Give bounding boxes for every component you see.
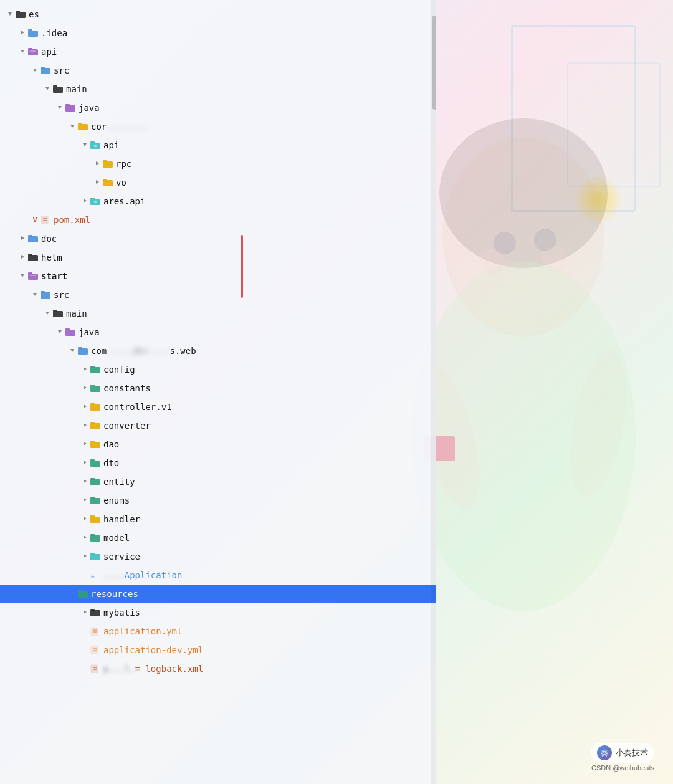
folder-item[interactable]: main: [0, 80, 436, 98]
svg-rect-95: [90, 517, 100, 523]
tree-arrow[interactable]: [17, 254, 27, 261]
folder-item[interactable]: java: [0, 323, 436, 342]
folder-item[interactable]: src: [0, 285, 436, 304]
svg-marker-94: [84, 517, 87, 520]
tree-arrow[interactable]: [30, 291, 40, 299]
folder-item[interactable]: java: [0, 98, 436, 117]
tree-arrow[interactable]: [5, 11, 15, 18]
item-icon: [77, 590, 88, 598]
tree-arrow[interactable]: V: [30, 216, 40, 224]
svg-rect-30: [78, 123, 82, 125]
tree-arrow[interactable]: [42, 310, 52, 317]
folder-item[interactable]: entity: [0, 472, 436, 491]
svg-rect-69: [78, 347, 82, 349]
folder-item[interactable]: converter: [0, 416, 436, 435]
scroll-thumb: [432, 16, 436, 110]
tree-arrow[interactable]: [80, 441, 90, 448]
svg-rect-98: [90, 535, 100, 542]
folder-item[interactable]: config: [0, 360, 436, 379]
tree-arrow[interactable]: [80, 141, 90, 149]
folder-item[interactable]: enums: [0, 491, 436, 510]
tree-arrow[interactable]: [55, 328, 65, 336]
folder-item[interactable]: es: [0, 5, 436, 24]
tree-arrow[interactable]: [42, 85, 52, 93]
folder-item[interactable]: api: [0, 42, 436, 61]
tree-arrow[interactable]: [92, 179, 102, 186]
item-label: mybatis: [103, 608, 140, 618]
tree-arrow[interactable]: [80, 366, 90, 373]
item-label: api: [41, 47, 57, 57]
scroll-indicator[interactable]: [431, 0, 436, 784]
watermark-brand: 奏 小奏技术: [591, 743, 654, 763]
file-item[interactable]: ☕....Application: [0, 566, 436, 585]
scroll-indicator-right: [241, 0, 243, 784]
svg-point-5: [480, 249, 505, 274]
svg-marker-73: [84, 386, 87, 390]
folder-item[interactable]: handler: [0, 510, 436, 528]
folder-item[interactable]: model: [0, 528, 436, 547]
svg-rect-105: [78, 590, 82, 592]
folder-item[interactable]: helm: [0, 248, 436, 267]
svg-rect-62: [53, 311, 63, 317]
tree-arrow[interactable]: [17, 29, 27, 37]
folder-item[interactable]: com.....der....s.web: [0, 342, 436, 360]
tree-arrow[interactable]: [67, 347, 77, 355]
folder-item[interactable]: main: [0, 304, 436, 323]
tree-arrow[interactable]: [80, 385, 90, 392]
file-item[interactable]: Vpom.xml: [0, 211, 436, 229]
svg-marker-100: [84, 554, 87, 558]
svg-rect-27: [65, 104, 70, 106]
item-icon: [27, 272, 39, 280]
file-item[interactable]: p...l.≡ logback.xml: [0, 659, 436, 678]
svg-rect-87: [90, 459, 95, 461]
tree-arrow[interactable]: [55, 104, 65, 112]
tree-arrow[interactable]: [80, 422, 90, 429]
tree-arrow[interactable]: [17, 48, 27, 55]
tree-arrow[interactable]: [17, 272, 27, 280]
folder-item[interactable]: resources: [0, 585, 436, 603]
folder-item[interactable]: src: [0, 61, 436, 80]
svg-rect-20: [41, 68, 50, 74]
folder-item[interactable]: dto: [0, 454, 436, 472]
tree-arrow[interactable]: [92, 160, 102, 168]
folder-item[interactable]: controller.v1: [0, 398, 436, 416]
tree-arrow[interactable]: [67, 123, 77, 130]
tree-arrow[interactable]: [80, 534, 90, 542]
file-item[interactable]: application-dev.yml: [0, 641, 436, 659]
svg-rect-40: [103, 179, 107, 181]
item-icon: [52, 309, 64, 318]
tree-arrow[interactable]: [80, 459, 90, 467]
folder-item[interactable]: cor........: [0, 117, 436, 136]
svg-point-44: [94, 201, 97, 204]
item-icon: [90, 646, 101, 654]
folder-item[interactable]: doc: [0, 229, 436, 248]
folder-item[interactable]: constants: [0, 379, 436, 398]
svg-rect-29: [78, 124, 88, 130]
tree-arrow[interactable]: [80, 478, 90, 485]
folder-item[interactable]: api: [0, 136, 436, 155]
tree-arrow[interactable]: [80, 609, 90, 616]
tree-arrow[interactable]: [30, 67, 40, 74]
tree-arrow[interactable]: [80, 198, 90, 205]
svg-rect-72: [90, 366, 95, 368]
tree-arrow[interactable]: [80, 515, 90, 523]
tree-arrow[interactable]: [80, 403, 90, 411]
svg-rect-104: [78, 591, 88, 598]
folder-item[interactable]: rpc: [0, 155, 436, 173]
folder-item[interactable]: start: [0, 267, 436, 285]
folder-item[interactable]: vo: [0, 173, 436, 192]
tree-arrow[interactable]: [17, 235, 27, 242]
folder-item[interactable]: mybatis: [0, 603, 436, 622]
folder-item[interactable]: ares.api: [0, 192, 436, 211]
file-item[interactable]: application.yml: [0, 622, 436, 641]
svg-marker-41: [84, 199, 87, 203]
tree-arrow[interactable]: [80, 553, 90, 560]
svg-point-34: [94, 145, 97, 148]
item-label: p...l.≡ logback.xml: [103, 664, 203, 674]
folder-item[interactable]: service: [0, 547, 436, 566]
svg-rect-74: [90, 386, 100, 392]
tree-arrow[interactable]: [80, 497, 90, 504]
folder-item[interactable]: .idea: [0, 24, 436, 42]
folder-item[interactable]: dao: [0, 435, 436, 454]
svg-marker-67: [70, 349, 74, 352]
